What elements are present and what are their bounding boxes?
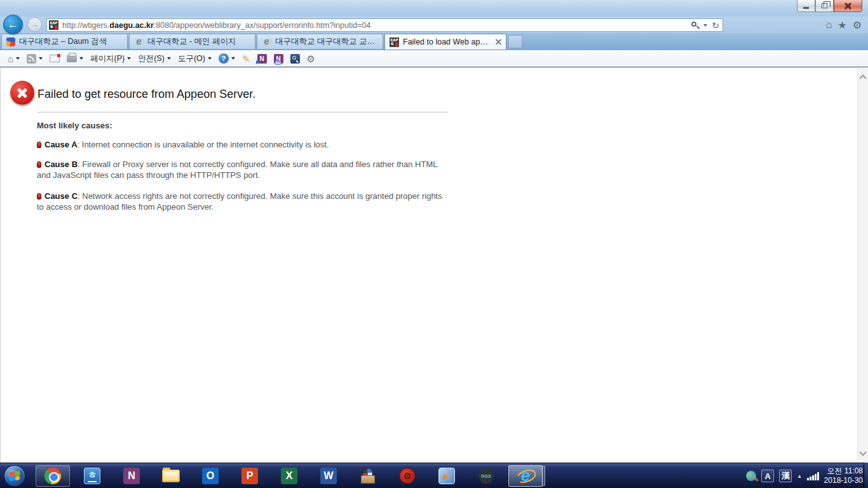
forward-button[interactable]: → [27,17,42,32]
window-controls [797,0,862,12]
error-x-icon [10,81,34,105]
browser-navigation-bar: ← → EAP 6 http://wtigers.daegu.ac.kr:808… [0,17,868,33]
pen-icon: ✎ [242,54,250,64]
research-magnifier-icon [290,54,300,64]
tab-main-page[interactable]: e 대구대학교 - 메인 페이지 [129,34,255,50]
causes-title: Most likely causes: [37,121,112,130]
minimize-button[interactable] [797,0,815,12]
show-desktop-button[interactable] [864,463,868,488]
new-tab-button[interactable] [508,35,522,48]
search-dropdown-caret[interactable] [703,24,707,27]
vertical-scrollbar[interactable] [857,68,868,463]
read-mail-button[interactable] [50,55,60,62]
folder-icon [162,470,180,482]
window-titlebar[interactable] [0,0,868,17]
favicon-red-mark [395,43,398,46]
chevron-down-icon [167,57,171,60]
onenote-linked-notes-icon: N [274,54,283,64]
chevron-down-icon [16,57,20,60]
taskbar: ㅎ N O P X W ⚙ [0,463,868,488]
feeds-button[interactable] [27,54,43,64]
command-bar: ⌂ 페이지(P) 안전(S) 도구(O) ? [0,50,868,67]
search-icon[interactable] [691,21,699,29]
daum-favicon [6,37,15,46]
restore-button[interactable] [815,0,834,12]
start-button[interactable] [4,465,25,487]
divider [37,112,448,112]
page-menu[interactable]: 페이지(P) [90,53,131,64]
pen-addon-button[interactable]: ✎ [242,54,250,64]
command-home-button[interactable]: ⌂ [8,54,20,64]
red-gear-icon: ⚙ [399,468,416,484]
favicon-red-mark [55,25,58,29]
safety-menu[interactable]: 안전(S) [138,53,171,64]
url-text[interactable]: http://wtigers.daegu.ac.kr:8080/appeon/w… [62,21,691,30]
tab-professor-page[interactable]: e 대구대학교 대구대학교 교수 ... [257,34,383,50]
browser-action-icons: ⌂ ★ ⚙ [826,17,862,33]
tab-failed-to-load-active[interactable]: EAP 6 Failed to load Web applicat... [384,34,506,50]
taskbar-nox-button[interactable]: nox [466,463,506,488]
word-icon: W [320,468,337,484]
addon-settings-button[interactable]: ⚙ [307,54,315,64]
tray-date: 2018-10-30 [824,476,863,485]
favorites-star-icon[interactable]: ★ [837,19,846,31]
ime-mode-indicator[interactable]: A [761,470,774,482]
cause-a-text: Cause A: Internet connection is unavaila… [37,140,449,151]
red-bullet-icon [37,161,41,168]
onenote-send-icon: N [257,54,267,64]
send-to-onenote-button[interactable]: N [257,54,267,64]
tab-close-icon[interactable] [496,39,501,45]
tray-clock[interactable]: 오전 11:08 2018-10-30 [824,466,863,485]
tray-time: 오전 11:08 [824,466,863,476]
back-button[interactable]: ← [3,15,23,34]
taskbar-chrome-button[interactable] [33,463,72,488]
tools-menu[interactable]: 도구(O) [178,53,212,64]
tab-title: 대구대학교 – Daum 검색 [19,36,107,47]
taskbar-outlook-button[interactable]: O [191,463,230,488]
media-player-play-icon: ▶ [438,468,455,484]
taskbar-word-button[interactable]: W [309,463,348,488]
chrome-icon [44,468,61,484]
address-bar[interactable]: EAP 6 http://wtigers.daegu.ac.kr:8080/ap… [46,18,723,32]
forward-arrow-icon: → [31,20,39,29]
home-icon[interactable]: ⌂ [826,19,832,30]
network-signal-icon[interactable] [807,472,819,480]
restore-icon [822,3,827,8]
print-button[interactable] [67,55,83,62]
tab-daum-search[interactable]: 대구대학교 – Daum 검색 [1,34,128,50]
taskbar-ie-button-active[interactable]: e [506,463,545,488]
hanja-key-indicator[interactable]: 漢 [779,470,792,482]
onenote-linked-notes-button[interactable]: N [274,54,283,64]
show-hidden-icons-arrow[interactable]: ▲ [797,473,802,479]
tab-title: 대구대학교 대구대학교 교수 ... [275,36,378,47]
taskbar-explorer-button[interactable] [151,463,191,488]
scroll-down-icon[interactable] [859,449,866,456]
refresh-icon[interactable]: ↻ [712,21,719,30]
taskbar-onenote-button[interactable]: N [112,463,151,488]
ie-favicon: e [134,37,144,46]
settings-gear-icon[interactable]: ⚙ [853,19,862,31]
close-button[interactable] [834,0,862,12]
excel-icon: X [281,468,297,484]
taskbar-excel-button[interactable]: X [269,463,309,488]
ime-language-icon[interactable] [746,471,756,481]
rss-feed-icon [27,54,36,64]
close-icon [844,3,851,10]
eap-favicon: EAP 6 [390,37,399,47]
taskbar-powerpoint-button[interactable]: P [230,463,269,488]
taskbar-hwp-button[interactable]: ㅎ [72,463,112,488]
outlook-icon: O [202,468,219,484]
scroll-up-icon[interactable] [859,74,866,81]
home-icon: ⌂ [8,54,13,64]
windows-logo-icon [10,471,20,481]
taskbar-driver-booster-button[interactable]: ⚙ [388,463,427,488]
taskbar-media-player-button[interactable]: ▶ [427,463,466,488]
help-icon: ? [219,53,229,64]
taskbar-box-app-button[interactable] [348,463,388,488]
help-menu[interactable]: ? [219,53,235,64]
box-pinwheel-icon [360,468,376,484]
red-bullet-icon [37,142,41,148]
onenote-icon: N [123,468,140,484]
cause-b-text: Cause B: Firewall or Proxy server is not… [37,159,449,180]
research-addon-button[interactable] [290,54,300,64]
